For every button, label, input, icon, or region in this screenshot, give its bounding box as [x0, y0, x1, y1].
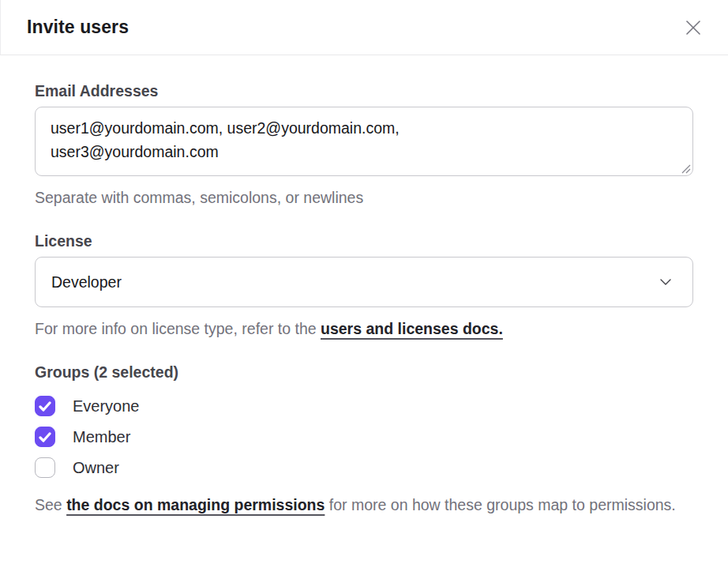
dialog-header: Invite users — [0, 0, 728, 55]
groups-helper-suffix: for more on how these groups map to perm… — [325, 496, 675, 513]
resize-handle-icon[interactable] — [680, 163, 691, 174]
checkbox-owner[interactable] — [35, 457, 55, 478]
license-helper-text: For more info on license type, refer to … — [35, 318, 693, 340]
close-button[interactable] — [682, 17, 704, 39]
groups-section: Groups (2 selected) Everyone Member — [35, 363, 693, 517]
users-licenses-docs-link[interactable]: users and licenses docs. — [321, 320, 503, 337]
license-section: License Developer For more info on licen… — [35, 232, 693, 340]
checkbox-everyone[interactable] — [35, 396, 55, 416]
license-select[interactable]: Developer — [35, 257, 693, 307]
license-selected-value: Developer — [51, 273, 122, 291]
checkmark-icon — [39, 432, 51, 442]
group-row-member[interactable]: Member — [35, 427, 693, 447]
group-row-owner[interactable]: Owner — [35, 457, 693, 478]
checkmark-icon — [39, 401, 51, 412]
groups-helper-prefix: See — [35, 496, 66, 513]
group-label-member: Member — [73, 428, 130, 446]
checkbox-member[interactable] — [35, 427, 55, 447]
invite-users-dialog: Invite users Email Addresses user1@yourd… — [0, 0, 728, 564]
group-row-everyone[interactable]: Everyone — [35, 396, 693, 416]
email-section: Email Addresses user1@yourdomain.com, us… — [35, 82, 693, 209]
x-icon — [684, 18, 703, 37]
dialog-title: Invite users — [27, 17, 129, 38]
license-label: License — [35, 232, 693, 250]
groups-label: Groups (2 selected) — [35, 363, 693, 382]
managing-permissions-docs-link[interactable]: the docs on managing permissions — [66, 496, 325, 513]
email-label: Email Addresses — [35, 82, 693, 100]
chevron-down-icon — [659, 278, 672, 286]
group-label-everyone: Everyone — [73, 397, 140, 415]
email-input[interactable]: user1@yourdomain.com, user2@yourdomain.c… — [35, 107, 693, 176]
email-helper-text: Separate with commas, semicolons, or new… — [35, 186, 693, 209]
group-label-owner: Owner — [73, 459, 119, 477]
license-helper-prefix: For more info on license type, refer to … — [35, 320, 321, 337]
dialog-body: Email Addresses user1@yourdomain.com, us… — [0, 55, 728, 517]
groups-helper-text: See the docs on managing permissions for… — [35, 494, 693, 517]
